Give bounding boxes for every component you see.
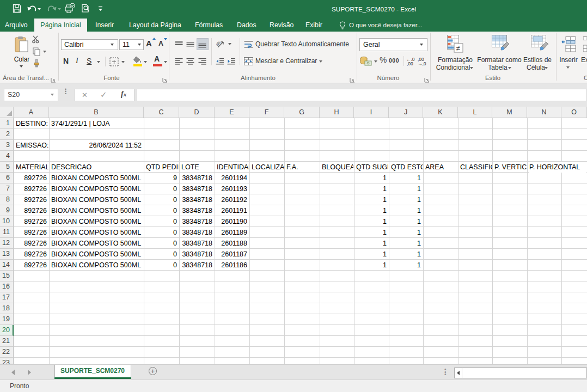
- svg-text:≠: ≠: [456, 44, 460, 52]
- svg-text:,00: ,00: [407, 61, 413, 66]
- svg-text:→,0: →,0: [418, 61, 426, 66]
- svg-text:ab: ab: [216, 40, 222, 47]
